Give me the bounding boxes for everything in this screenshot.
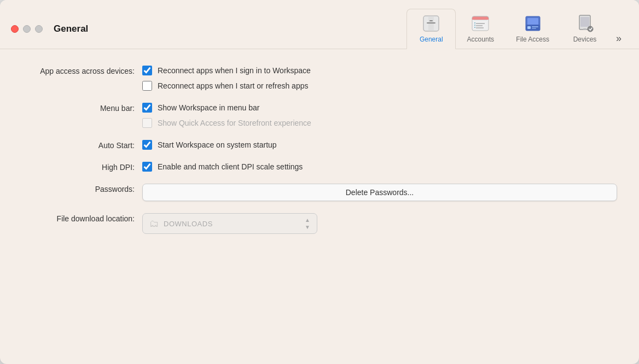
file-download-row: File download location: 🗂 Downloads ▲ ▼ — [22, 213, 617, 234]
high-dpi-options: Enable and match client DPI scale settin… — [142, 162, 617, 172]
auto-start-label-1: Start Workspace on system startup — [158, 140, 277, 149]
tab-accounts[interactable]: Accounts — [456, 9, 505, 49]
app-access-checkbox-1[interactable] — [142, 66, 152, 75]
file-download-label: File download location: — [22, 213, 142, 223]
high-dpi-label: High DPI: — [22, 162, 142, 172]
file-access-icon — [523, 14, 543, 33]
devices-icon — [575, 14, 595, 33]
tab-general-label: General — [420, 36, 443, 43]
app-access-options: Reconnect apps when I sign in to Workspa… — [142, 66, 617, 91]
menu-bar-checkbox-1[interactable] — [142, 103, 152, 113]
svg-rect-18 — [532, 28, 536, 29]
app-access-row: App access across devices: Reconnect app… — [22, 66, 617, 91]
window-title: General — [54, 24, 88, 34]
svg-point-22 — [588, 26, 593, 32]
menu-bar-label: Menu bar: — [22, 103, 142, 113]
auto-start-options: Start Workspace on system startup — [142, 140, 617, 150]
passwords-label: Passwords: — [22, 184, 142, 193]
high-dpi-checkbox-1[interactable] — [142, 162, 152, 172]
auto-start-option-1: Start Workspace on system startup — [142, 140, 617, 150]
svg-rect-14 — [527, 18, 538, 26]
passwords-row: Passwords: Delete Passwords... — [22, 184, 617, 201]
menu-bar-option-1: Show Workspace in menu bar — [142, 103, 617, 113]
svg-rect-11 — [474, 25, 475, 26]
svg-rect-6 — [472, 18, 489, 20]
tab-file-access[interactable]: File Access — [505, 9, 560, 49]
tab-devices-label: Devices — [573, 36, 597, 43]
settings-content: App access across devices: Reconnect app… — [0, 49, 639, 364]
svg-rect-17 — [532, 26, 538, 27]
app-access-option-2: Reconnect apps when I start or refresh a… — [142, 81, 617, 91]
app-access-label: App access across devices: — [22, 66, 142, 75]
app-access-label-1: Reconnect apps when I sign in to Workspa… — [158, 66, 311, 75]
auto-start-row: Auto Start: Start Workspace on system st… — [22, 140, 617, 150]
passwords-options: Delete Passwords... — [142, 184, 617, 201]
maximize-button[interactable] — [35, 25, 43, 33]
svg-rect-12 — [474, 27, 475, 28]
high-dpi-option-1: Enable and match client DPI scale settin… — [142, 162, 617, 172]
accounts-icon — [470, 14, 490, 33]
tab-devices[interactable]: Devices — [560, 9, 609, 49]
tab-accounts-label: Accounts — [467, 36, 494, 43]
menu-bar-option-2: Show Quick Access for Storefront experie… — [142, 118, 617, 128]
select-arrows: ▲ ▼ — [305, 217, 310, 230]
high-dpi-row: High DPI: Enable and match client DPI sc… — [22, 162, 617, 172]
traffic-lights — [11, 25, 43, 33]
auto-start-checkbox-1[interactable] — [142, 140, 152, 150]
delete-passwords-button[interactable]: Delete Passwords... — [142, 184, 617, 201]
more-tabs-button[interactable]: » — [609, 33, 628, 44]
app-access-label-2: Reconnect apps when I start or refresh a… — [158, 81, 308, 90]
menu-bar-label-1: Show Workspace in menu bar — [158, 103, 260, 112]
svg-rect-2 — [429, 20, 433, 21]
tab-file-access-label: File Access — [516, 36, 549, 43]
minimize-button[interactable] — [23, 25, 31, 33]
folder-icon: 🗂 — [149, 218, 159, 230]
menu-bar-checkbox-2[interactable] — [142, 118, 152, 128]
high-dpi-label-1: Enable and match client DPI scale settin… — [158, 162, 303, 171]
menu-bar-label-2: Show Quick Access for Storefront experie… — [158, 119, 311, 127]
auto-start-label: Auto Start: — [22, 140, 142, 150]
tab-bar: General Accou — [406, 9, 628, 49]
general-icon — [421, 14, 441, 33]
menu-bar-row: Menu bar: Show Workspace in menu bar Sho… — [22, 103, 617, 128]
close-button[interactable] — [11, 25, 19, 33]
svg-rect-16 — [527, 26, 531, 29]
svg-rect-10 — [474, 22, 475, 24]
svg-rect-3 — [427, 22, 435, 24]
app-access-checkbox-2[interactable] — [142, 81, 152, 91]
app-window: General General — [0, 0, 639, 364]
svg-rect-21 — [583, 28, 586, 30]
svg-rect-20 — [580, 17, 589, 27]
app-access-option-1: Reconnect apps when I sign in to Workspa… — [142, 66, 617, 75]
file-download-options: 🗂 Downloads ▲ ▼ — [142, 213, 617, 234]
menu-bar-options: Show Workspace in menu bar Show Quick Ac… — [142, 103, 617, 128]
tab-general[interactable]: General — [406, 9, 456, 49]
file-download-value: Downloads — [164, 220, 300, 228]
file-download-select[interactable]: 🗂 Downloads ▲ ▼ — [142, 213, 317, 234]
titlebar: General General — [0, 0, 639, 49]
